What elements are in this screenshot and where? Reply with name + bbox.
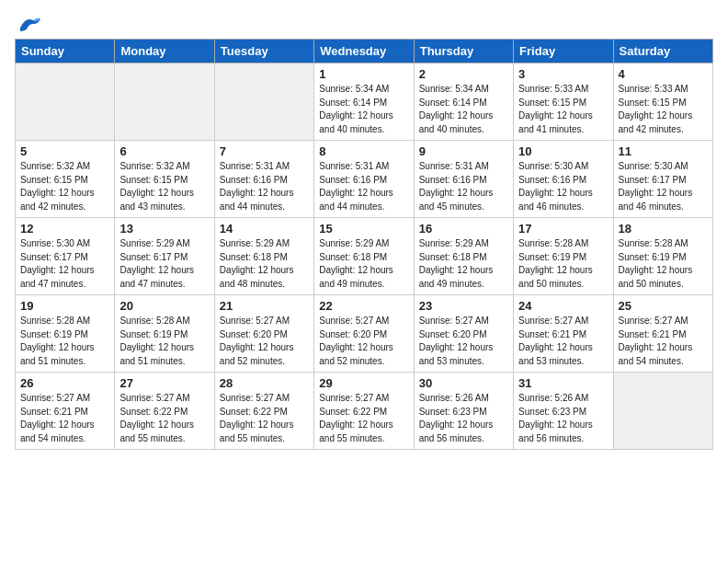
- calendar-cell: 18Sunrise: 5:28 AM Sunset: 6:19 PM Dayli…: [613, 218, 712, 295]
- logo-bird-icon: [17, 15, 42, 35]
- day-number: 30: [419, 376, 508, 390]
- calendar-col-saturday: Saturday: [613, 40, 712, 63]
- day-number: 13: [119, 222, 209, 236]
- day-number: 16: [419, 222, 508, 236]
- day-number: 18: [619, 222, 708, 236]
- logo: [15, 15, 42, 31]
- day-number: 26: [20, 376, 109, 390]
- day-info: Sunrise: 5:26 AM Sunset: 6:23 PM Dayligh…: [419, 392, 508, 445]
- day-info: Sunrise: 5:26 AM Sunset: 6:23 PM Dayligh…: [518, 392, 608, 445]
- day-info: Sunrise: 5:31 AM Sunset: 6:16 PM Dayligh…: [319, 160, 408, 213]
- day-number: 7: [220, 144, 309, 158]
- calendar-header-row: SundayMondayTuesdayWednesdayThursdayFrid…: [16, 40, 713, 63]
- calendar-cell: 8Sunrise: 5:31 AM Sunset: 6:16 PM Daylig…: [314, 141, 414, 218]
- calendar-cell: 26Sunrise: 5:27 AM Sunset: 6:21 PM Dayli…: [16, 373, 115, 450]
- calendar-cell: 19Sunrise: 5:28 AM Sunset: 6:19 PM Dayli…: [16, 295, 115, 373]
- calendar-cell: 3Sunrise: 5:33 AM Sunset: 6:15 PM Daylig…: [514, 63, 613, 141]
- day-number: 9: [419, 144, 508, 158]
- day-number: 29: [319, 376, 408, 390]
- day-number: 6: [119, 144, 209, 158]
- calendar-cell: 24Sunrise: 5:27 AM Sunset: 6:21 PM Dayli…: [514, 295, 613, 373]
- calendar-week-3: 12Sunrise: 5:30 AM Sunset: 6:17 PM Dayli…: [16, 218, 713, 295]
- day-info: Sunrise: 5:27 AM Sunset: 6:20 PM Dayligh…: [419, 315, 508, 368]
- day-number: 12: [20, 222, 109, 236]
- day-number: 27: [119, 376, 209, 390]
- calendar-cell: 22Sunrise: 5:27 AM Sunset: 6:20 PM Dayli…: [314, 295, 414, 373]
- calendar-cell: 15Sunrise: 5:29 AM Sunset: 6:18 PM Dayli…: [314, 218, 414, 295]
- calendar-cell: 10Sunrise: 5:30 AM Sunset: 6:16 PM Dayli…: [514, 141, 613, 218]
- page-header: [15, 15, 713, 31]
- day-info: Sunrise: 5:29 AM Sunset: 6:17 PM Dayligh…: [119, 237, 209, 291]
- day-info: Sunrise: 5:27 AM Sunset: 6:21 PM Dayligh…: [619, 315, 708, 368]
- calendar-cell: 25Sunrise: 5:27 AM Sunset: 6:21 PM Dayli…: [613, 295, 712, 373]
- calendar-cell: 21Sunrise: 5:27 AM Sunset: 6:20 PM Dayli…: [214, 295, 313, 373]
- day-info: Sunrise: 5:28 AM Sunset: 6:19 PM Dayligh…: [20, 315, 109, 368]
- day-number: 17: [518, 222, 608, 236]
- day-number: 10: [518, 144, 608, 158]
- day-info: Sunrise: 5:31 AM Sunset: 6:16 PM Dayligh…: [220, 160, 309, 213]
- calendar-cell: 27Sunrise: 5:27 AM Sunset: 6:22 PM Dayli…: [115, 373, 214, 450]
- day-number: 25: [619, 299, 708, 313]
- day-info: Sunrise: 5:33 AM Sunset: 6:15 PM Dayligh…: [619, 83, 708, 136]
- calendar-cell: 1Sunrise: 5:34 AM Sunset: 6:14 PM Daylig…: [314, 63, 414, 141]
- calendar-week-5: 26Sunrise: 5:27 AM Sunset: 6:21 PM Dayli…: [16, 373, 713, 450]
- day-number: 1: [319, 67, 408, 81]
- calendar-week-1: 1Sunrise: 5:34 AM Sunset: 6:14 PM Daylig…: [16, 63, 713, 141]
- day-info: Sunrise: 5:30 AM Sunset: 6:16 PM Dayligh…: [518, 160, 608, 213]
- day-info: Sunrise: 5:27 AM Sunset: 6:22 PM Dayligh…: [119, 392, 209, 445]
- day-number: 22: [319, 299, 408, 313]
- calendar-cell: [115, 63, 214, 141]
- day-info: Sunrise: 5:27 AM Sunset: 6:22 PM Dayligh…: [319, 392, 408, 445]
- day-info: Sunrise: 5:27 AM Sunset: 6:20 PM Dayligh…: [319, 315, 408, 368]
- day-number: 8: [319, 144, 408, 158]
- day-info: Sunrise: 5:29 AM Sunset: 6:18 PM Dayligh…: [419, 237, 508, 291]
- calendar-cell: 14Sunrise: 5:29 AM Sunset: 6:18 PM Dayli…: [214, 218, 313, 295]
- day-number: 19: [20, 299, 109, 313]
- day-info: Sunrise: 5:34 AM Sunset: 6:14 PM Dayligh…: [419, 83, 508, 136]
- calendar-col-tuesday: Tuesday: [214, 40, 313, 63]
- day-info: Sunrise: 5:34 AM Sunset: 6:14 PM Dayligh…: [319, 83, 408, 136]
- calendar-cell: 5Sunrise: 5:32 AM Sunset: 6:15 PM Daylig…: [16, 141, 115, 218]
- calendar-cell: [16, 63, 115, 141]
- day-info: Sunrise: 5:28 AM Sunset: 6:19 PM Dayligh…: [619, 237, 708, 291]
- day-info: Sunrise: 5:32 AM Sunset: 6:15 PM Dayligh…: [20, 160, 109, 213]
- calendar-cell: 16Sunrise: 5:29 AM Sunset: 6:18 PM Dayli…: [414, 218, 513, 295]
- calendar-cell: 9Sunrise: 5:31 AM Sunset: 6:16 PM Daylig…: [414, 141, 513, 218]
- calendar-cell: 17Sunrise: 5:28 AM Sunset: 6:19 PM Dayli…: [514, 218, 613, 295]
- calendar-cell: 13Sunrise: 5:29 AM Sunset: 6:17 PM Dayli…: [115, 218, 214, 295]
- day-info: Sunrise: 5:28 AM Sunset: 6:19 PM Dayligh…: [518, 237, 608, 291]
- day-info: Sunrise: 5:29 AM Sunset: 6:18 PM Dayligh…: [220, 237, 309, 291]
- day-number: 15: [319, 222, 408, 236]
- calendar-week-4: 19Sunrise: 5:28 AM Sunset: 6:19 PM Dayli…: [16, 295, 713, 373]
- day-info: Sunrise: 5:30 AM Sunset: 6:17 PM Dayligh…: [619, 160, 708, 213]
- calendar-cell: 20Sunrise: 5:28 AM Sunset: 6:19 PM Dayli…: [115, 295, 214, 373]
- calendar-cell: 12Sunrise: 5:30 AM Sunset: 6:17 PM Dayli…: [16, 218, 115, 295]
- calendar-cell: 23Sunrise: 5:27 AM Sunset: 6:20 PM Dayli…: [414, 295, 513, 373]
- calendar-cell: 6Sunrise: 5:32 AM Sunset: 6:15 PM Daylig…: [115, 141, 214, 218]
- day-info: Sunrise: 5:31 AM Sunset: 6:16 PM Dayligh…: [419, 160, 508, 213]
- day-number: 14: [220, 222, 309, 236]
- day-number: 24: [518, 299, 608, 313]
- day-info: Sunrise: 5:27 AM Sunset: 6:22 PM Dayligh…: [220, 392, 309, 445]
- calendar-col-wednesday: Wednesday: [314, 40, 414, 63]
- day-number: 3: [518, 67, 608, 81]
- calendar-col-monday: Monday: [115, 40, 214, 63]
- calendar-cell: 11Sunrise: 5:30 AM Sunset: 6:17 PM Dayli…: [613, 141, 712, 218]
- day-info: Sunrise: 5:29 AM Sunset: 6:18 PM Dayligh…: [319, 237, 408, 291]
- calendar-cell: 7Sunrise: 5:31 AM Sunset: 6:16 PM Daylig…: [214, 141, 313, 218]
- calendar-cell: 31Sunrise: 5:26 AM Sunset: 6:23 PM Dayli…: [514, 373, 613, 450]
- day-info: Sunrise: 5:27 AM Sunset: 6:21 PM Dayligh…: [20, 392, 109, 445]
- calendar-cell: 4Sunrise: 5:33 AM Sunset: 6:15 PM Daylig…: [613, 63, 712, 141]
- calendar-cell: 30Sunrise: 5:26 AM Sunset: 6:23 PM Dayli…: [414, 373, 513, 450]
- calendar-table: SundayMondayTuesdayWednesdayThursdayFrid…: [15, 39, 713, 450]
- day-info: Sunrise: 5:28 AM Sunset: 6:19 PM Dayligh…: [119, 315, 209, 368]
- calendar-cell: 29Sunrise: 5:27 AM Sunset: 6:22 PM Dayli…: [314, 373, 414, 450]
- calendar-cell: [214, 63, 313, 141]
- day-info: Sunrise: 5:27 AM Sunset: 6:20 PM Dayligh…: [220, 315, 309, 368]
- day-number: 4: [619, 67, 708, 81]
- day-number: 21: [220, 299, 309, 313]
- calendar-col-sunday: Sunday: [16, 40, 115, 63]
- day-info: Sunrise: 5:27 AM Sunset: 6:21 PM Dayligh…: [518, 315, 608, 368]
- calendar-cell: [613, 373, 712, 450]
- day-number: 31: [518, 376, 608, 390]
